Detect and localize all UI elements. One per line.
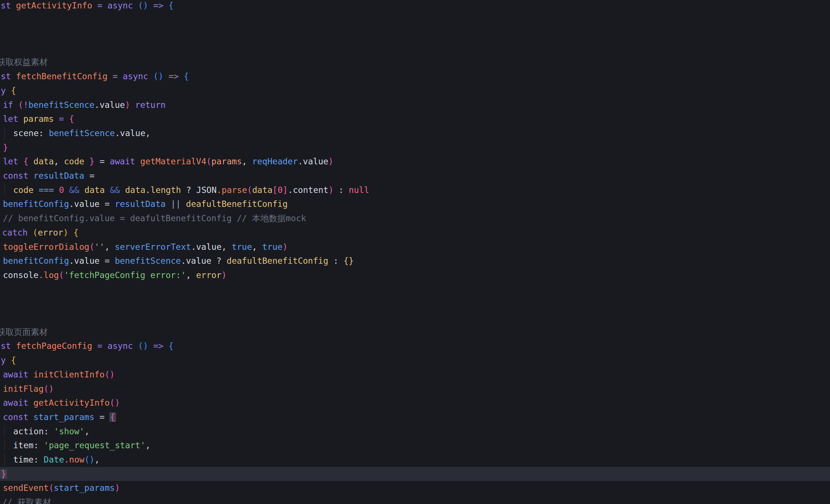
code-line[interactable]: console.log('fetchPageConfig error:', er… [0, 268, 830, 282]
code-line[interactable]: await initClientInfo() [0, 368, 830, 382]
code-token: ! [23, 100, 28, 110]
code-token: () [138, 341, 148, 351]
code-line[interactable]: st fetchBenefitConfig = async () => { [0, 69, 830, 84]
code-line[interactable]: y { [0, 353, 830, 368]
code-line-content: } [1, 467, 7, 481]
code-token: ] [283, 185, 288, 195]
code-token: code [13, 185, 39, 195]
code-token: = [99, 199, 115, 209]
code-line[interactable]: const resultData = [0, 169, 830, 183]
code-token: . [145, 185, 151, 195]
code-token: ( [33, 228, 38, 237]
code-line-content: y { [1, 84, 16, 98]
code-token: { [184, 72, 189, 81]
code-line[interactable]: initFlag() [0, 382, 830, 396]
code-token: ( [206, 157, 211, 166]
code-line[interactable]: y { [0, 84, 830, 98]
code-token: resultData [115, 199, 166, 209]
code-line[interactable]: action: 'show', [0, 424, 830, 439]
code-token: true [262, 242, 282, 252]
code-token: error [38, 228, 63, 237]
code-line[interactable]: // 获取素材 [0, 495, 830, 504]
code-token: && [69, 185, 79, 195]
code-line[interactable]: 获取权益素材 [0, 55, 830, 69]
code-line[interactable] [0, 311, 830, 325]
code-line[interactable]: 获取页面素材 [0, 325, 830, 339]
code-token: benefitScence [49, 128, 115, 138]
code-token: code [59, 157, 84, 166]
code-line[interactable]: let params = { [0, 112, 830, 126]
code-line[interactable]: benefitConfig.value = benefitScence.valu… [0, 254, 830, 268]
code-line-content: st getActivityInfo = async () => { [1, 0, 174, 12]
code-line-content: 获取权益素材 [0, 55, 48, 69]
code-token: initClientInfo [33, 370, 105, 379]
code-line[interactable]: item: 'page_request_start', [0, 438, 830, 453]
code-token: await [110, 157, 140, 166]
code-token: ) [221, 270, 226, 280]
code-token: 'page_request_start' [44, 441, 145, 450]
code-token: start_params [33, 412, 94, 422]
code-token: await [3, 370, 33, 379]
code-line[interactable] [0, 27, 830, 41]
code-line-content: benefitConfig.value = resultData || deaf… [3, 197, 287, 211]
code-line-content: sendEvent(start_params) [3, 481, 120, 495]
code-token: .value, [191, 242, 232, 252]
code-token [68, 228, 73, 237]
code-token: length [151, 185, 181, 195]
code-token: console [3, 270, 39, 280]
code-token: st [1, 1, 16, 10]
code-line[interactable] [0, 282, 830, 297]
code-line-content: // 获取素材 [2, 495, 51, 504]
code-token: sendEvent [3, 483, 49, 493]
code-token: { [11, 355, 16, 365]
code-token: fetchPageConfig [16, 341, 93, 351]
code-token: () [84, 455, 95, 464]
code-token: true [232, 242, 252, 252]
code-line-current[interactable]: } [0, 467, 830, 481]
code-token: , [105, 242, 115, 252]
code-line[interactable]: benefitConfig.value = resultData || deaf… [0, 197, 830, 211]
code-line[interactable]: // benefitConfig.value = deafultBenefitC… [0, 211, 830, 226]
code-token: 'show' [54, 427, 84, 436]
code-line[interactable] [0, 296, 830, 311]
code-line[interactable] [0, 12, 830, 27]
code-line[interactable]: catch (error) { [0, 226, 830, 240]
indent-guide [4, 184, 5, 196]
code-line[interactable]: time: Date.now(), [0, 453, 830, 467]
code-line[interactable]: if (!benefitScence.value) return [0, 98, 830, 112]
code-token: serverErrorText [115, 242, 191, 252]
code-token: return [130, 100, 166, 110]
code-line[interactable]: st getActivityInfo = async () => { [0, 0, 830, 12]
code-token: error [196, 270, 221, 280]
code-token: 0 [278, 185, 283, 195]
code-token: toggleErrorDialog [3, 242, 89, 252]
code-line[interactable]: } [0, 140, 830, 155]
code-token: ) [125, 100, 130, 110]
code-token [84, 157, 90, 166]
code-line[interactable]: await getActivityInfo() [0, 396, 830, 410]
code-line[interactable] [0, 41, 830, 55]
code-line[interactable]: st fetchPageConfig = async () => { [0, 339, 830, 353]
code-token: && [110, 185, 120, 195]
code-token: params [211, 157, 242, 166]
code-token: => [148, 1, 168, 10]
code-line[interactable]: sendEvent(start_params) [0, 481, 830, 495]
code-token: ) [63, 228, 68, 237]
code-line[interactable]: let { data, code } = await getMaterialV4… [0, 154, 830, 169]
code-line[interactable]: code === 0 && data && data.length ? JSON… [0, 183, 830, 197]
code-line-content: console.log('fetchPageConfig error:', er… [3, 268, 226, 282]
code-token: = async [92, 1, 138, 10]
bracket-match-token: } [0, 469, 7, 479]
code-line-content: } [3, 140, 8, 155]
code-line[interactable]: toggleErrorDialog('', serverErrorText.va… [0, 240, 830, 254]
code-line[interactable]: const start_params = { [0, 410, 830, 424]
code-token: } [3, 143, 8, 152]
code-token: , [84, 427, 90, 436]
code-token: [ [272, 185, 278, 195]
code-token: data [252, 185, 272, 195]
code-token: .now [64, 455, 84, 464]
code-line-content: action: 'show', [13, 424, 90, 439]
code-token: initFlag [3, 384, 44, 394]
code-line[interactable]: scene: benefitScence.value, [0, 126, 830, 140]
code-editor[interactable]: st getActivityInfo = async () => {获取权益素材… [0, 0, 830, 504]
